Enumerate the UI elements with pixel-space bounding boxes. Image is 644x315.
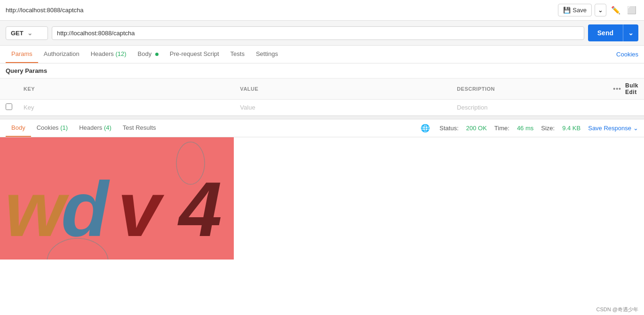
top-bar-actions: 💾 Save ⌄ ✏️ ⬜ (558, 4, 638, 16)
params-table: KEY VALUE DESCRIPTION ••• Bulk Edit Key (0, 79, 644, 116)
response-body: w d v 4 (0, 137, 644, 260)
captcha-image: w d v 4 (0, 137, 234, 260)
value-cell: Value (234, 100, 451, 116)
save-response-button[interactable]: Save Response ⌄ (588, 125, 638, 132)
save-icon: 💾 (563, 7, 571, 14)
th-description: DESCRIPTION (451, 79, 607, 100)
globe-icon: 🌐 (421, 124, 430, 133)
key-placeholder: Key (24, 104, 34, 111)
more-options-icon[interactable]: ••• (613, 85, 621, 93)
response-tab-headers[interactable]: Headers (4) (73, 119, 117, 137)
chevron-down-icon: ⌄ (598, 7, 603, 14)
value-placeholder: Value (240, 104, 255, 111)
row-actions-cell (607, 100, 644, 116)
status-label: Status: (439, 125, 458, 132)
description-placeholder: Description (457, 104, 487, 111)
table-header-row: KEY VALUE DESCRIPTION ••• Bulk Edit (0, 79, 644, 100)
section-divider (0, 116, 644, 119)
save-response-chevron-icon: ⌄ (633, 125, 638, 132)
page-url-title: http://localhost:8088/captcha (6, 7, 84, 14)
request-tabs: Params Authorization Headers (12) Body P… (0, 46, 644, 63)
save-dropdown-button[interactable]: ⌄ (595, 4, 606, 16)
tab-authorization[interactable]: Authorization (38, 46, 85, 63)
response-headers-badge: (4) (104, 124, 111, 131)
method-select[interactable]: GET ⌄ (6, 26, 48, 40)
headers-badge: (12) (115, 50, 126, 57)
cookies-count-badge: (1) (60, 124, 68, 131)
query-params-label: Query Params (0, 63, 644, 79)
time-label: Time: (494, 125, 509, 132)
tab-settings[interactable]: Settings (250, 46, 284, 63)
share-icon-button[interactable]: ⬜ (625, 4, 638, 16)
url-input[interactable] (52, 26, 584, 40)
response-tab-test-results[interactable]: Test Results (117, 119, 162, 137)
row-checkbox-cell (0, 100, 18, 116)
tab-body[interactable]: Body (132, 46, 164, 63)
tab-tests[interactable]: Tests (225, 46, 250, 63)
top-bar: http://localhost:8088/captcha 💾 Save ⌄ ✏… (0, 0, 644, 21)
th-check (0, 79, 18, 100)
response-tab-cookies[interactable]: Cookies (1) (31, 119, 73, 137)
response-tabs: Body Cookies (1) Headers (4) Test Result… (0, 119, 644, 137)
method-chevron-icon: ⌄ (27, 30, 32, 37)
status-value: 200 OK (466, 125, 487, 132)
response-tab-body[interactable]: Body (6, 119, 31, 137)
tab-headers[interactable]: Headers (12) (85, 46, 132, 63)
size-label: Size: (541, 125, 555, 132)
tab-params[interactable]: Params (6, 46, 38, 63)
table-row: Key Value Description (0, 100, 644, 116)
captcha-svg: w d v 4 (0, 137, 234, 260)
svg-text:w: w (5, 166, 70, 252)
th-value: VALUE (234, 79, 451, 100)
method-label: GET (11, 30, 24, 37)
send-dropdown-button[interactable]: ⌄ (623, 25, 638, 40)
request-bar: GET ⌄ Send ⌄ (0, 21, 644, 46)
row-checkbox[interactable] (6, 103, 12, 110)
send-button[interactable]: Send (588, 25, 623, 40)
time-value: 46 ms (517, 125, 533, 132)
save-button[interactable]: 💾 Save (558, 4, 592, 16)
body-dot-indicator (155, 53, 159, 56)
th-actions: ••• Bulk Edit (607, 79, 644, 100)
cookies-link[interactable]: Cookies (616, 51, 638, 58)
tab-pre-request[interactable]: Pre-request Script (164, 46, 225, 63)
description-cell: Description (451, 100, 607, 116)
th-key: KEY (18, 79, 234, 100)
response-meta: 🌐 Status: 200 OK Time: 46 ms Size: 9.4 K… (421, 124, 638, 133)
svg-text:v: v (118, 166, 165, 252)
send-button-group: Send ⌄ (588, 24, 638, 41)
edit-icon-button[interactable]: ✏️ (609, 4, 622, 16)
size-value: 9.4 KB (562, 125, 580, 132)
key-cell: Key (18, 100, 234, 116)
bulk-edit-button[interactable]: Bulk Edit (625, 82, 638, 95)
